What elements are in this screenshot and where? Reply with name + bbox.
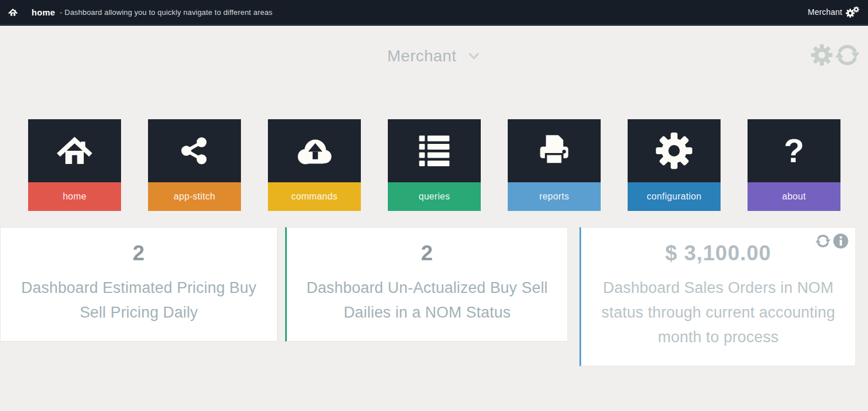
stat-value: 2 [10, 241, 268, 265]
tile-home[interactable]: home [28, 119, 121, 211]
tile-label: about [782, 191, 806, 202]
share-icon [177, 133, 212, 169]
dashboard-header: Merchant [0, 41, 868, 76]
home-icon [56, 132, 93, 169]
refresh-icon[interactable] [835, 42, 860, 68]
cogs-icon [846, 6, 860, 18]
tile-commands[interactable]: commands [268, 119, 361, 211]
stat-value: $ 3,100.00 [598, 241, 838, 265]
topbar-user-menu[interactable]: Merchant [808, 6, 860, 18]
tile-reports[interactable]: reports [508, 119, 601, 211]
list-icon [415, 132, 453, 170]
tile-label: commands [291, 191, 338, 202]
tile-commands-icon-area [268, 119, 361, 182]
top-navigation-bar: home - Dashboard allowing you to quickly… [0, 0, 868, 26]
tile-reports-footer: reports [508, 182, 601, 211]
tile-label: home [63, 191, 86, 202]
question-icon [775, 132, 813, 170]
page-subtitle: - Dashboard allowing you to quickly navi… [60, 8, 273, 17]
stat-card-sales-orders[interactable]: $ 3,100.00 Dashboard Sales Orders in NOM… [579, 227, 856, 366]
tile-queries-icon-area [388, 119, 481, 182]
info-icon[interactable] [833, 233, 848, 249]
stat-card-actions [815, 233, 848, 249]
tile-configuration[interactable]: configuration [628, 119, 721, 211]
stat-card-unactualized[interactable]: 2 Dashboard Un-Actualized Buy Sell Daili… [285, 227, 568, 342]
gear-icon [655, 132, 693, 170]
cloud-upload-icon [292, 128, 337, 173]
tile-reports-icon-area [508, 119, 601, 182]
tile-commands-footer: commands [268, 182, 361, 211]
refresh-icon[interactable] [815, 233, 831, 249]
tile-configuration-icon-area [628, 119, 721, 182]
tile-label: configuration [647, 191, 702, 202]
tile-about-footer: about [748, 182, 840, 211]
tile-about[interactable]: about [748, 119, 840, 211]
tile-label: queries [419, 191, 450, 202]
printer-icon [534, 130, 575, 171]
tile-app-stitch[interactable]: app-stitch [148, 119, 241, 211]
navigation-tiles: home app-stitch commands queries reports [0, 119, 868, 211]
stat-description: Dashboard Sales Orders in NOM status thr… [598, 276, 838, 350]
tile-app-stitch-footer: app-stitch [148, 182, 241, 211]
tile-label: reports [539, 191, 569, 202]
stat-description: Dashboard Estimated Pricing Buy Sell Pri… [10, 276, 268, 325]
gear-icon[interactable] [811, 44, 833, 66]
dashboard-stat-cards: 2 Dashboard Estimated Pricing Buy Sell P… [0, 227, 868, 366]
user-name: Merchant [808, 7, 842, 17]
chevron-down-icon [467, 50, 481, 62]
tile-app-stitch-icon-area [148, 119, 241, 182]
tile-label: app-stitch [174, 191, 215, 202]
tile-home-footer: home [28, 182, 121, 211]
header-actions [811, 42, 860, 68]
tile-home-icon-area [28, 119, 121, 182]
merchant-dropdown[interactable]: Merchant [0, 47, 868, 65]
merchant-dropdown-label: Merchant [387, 47, 457, 65]
tile-configuration-footer: configuration [628, 182, 721, 211]
page-title: home [32, 7, 55, 17]
tile-queries-footer: queries [388, 182, 481, 211]
stat-card-estimated-pricing[interactable]: 2 Dashboard Estimated Pricing Buy Sell P… [0, 227, 278, 342]
tile-queries[interactable]: queries [388, 119, 481, 211]
home-icon[interactable] [8, 7, 18, 17]
stat-value: 2 [296, 241, 558, 265]
tile-about-icon-area [748, 119, 840, 182]
stat-description: Dashboard Un-Actualized Buy Sell Dailies… [296, 276, 558, 325]
